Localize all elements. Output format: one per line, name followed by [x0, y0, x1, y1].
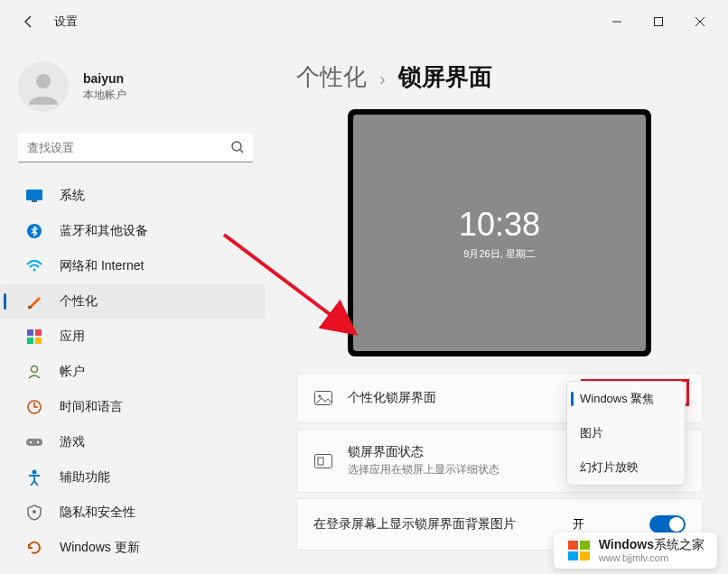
svg-point-2 — [36, 74, 51, 88]
minimize-button[interactable] — [596, 8, 638, 35]
nav-windows-update[interactable]: Windows 更新 — [0, 531, 266, 565]
close-icon — [695, 17, 705, 26]
nav-system[interactable]: 系统 — [0, 179, 266, 213]
background-type-dropdown: Windows 聚焦 图片 幻灯片放映 — [566, 381, 686, 486]
svg-rect-27 — [580, 541, 590, 550]
accessibility-icon — [25, 468, 43, 486]
nav-privacy[interactable]: 隐私和安全性 — [0, 495, 266, 530]
person-icon — [25, 363, 43, 381]
breadcrumb: 个性化 › 锁屏界面 — [296, 61, 703, 93]
nav-bluetooth[interactable]: 蓝牙和其他设备 — [0, 214, 266, 248]
toggle-state-label: 开 — [573, 516, 584, 532]
search-input[interactable] — [18, 134, 253, 162]
nav-gaming[interactable]: 游戏 — [0, 425, 266, 459]
nav-time-language[interactable]: 时间和语言 — [0, 390, 266, 424]
sidebar: baiyun 本地帐户 系统 蓝牙和其他设备 网络和 Internet — [0, 43, 271, 574]
maximize-button[interactable] — [638, 8, 679, 35]
breadcrumb-parent[interactable]: 个性化 — [296, 61, 367, 93]
preview-time: 10:38 — [459, 206, 540, 244]
update-icon — [25, 539, 43, 557]
breadcrumb-current: 锁屏界面 — [398, 61, 492, 93]
nav-label: 帐户 — [60, 364, 85, 380]
svg-rect-28 — [568, 551, 578, 560]
window-title: 设置 — [54, 14, 78, 30]
nav-personalization[interactable]: 个性化 — [0, 284, 266, 319]
svg-rect-26 — [568, 541, 578, 550]
search-icon — [231, 141, 244, 157]
svg-point-22 — [318, 394, 321, 397]
nav-label: 辅助功能 — [60, 469, 110, 486]
lock-screen-preview: 10:38 9月26日, 星期二 — [348, 109, 651, 356]
nav-label: 游戏 — [60, 434, 85, 450]
personalize-lock-screen-card[interactable]: 个性化锁屏界面 Windows 聚焦 图片 幻灯片放映 — [296, 373, 703, 423]
nav-accounts[interactable]: 帐户 — [0, 355, 266, 389]
svg-point-19 — [33, 470, 37, 475]
gamepad-icon — [25, 433, 43, 451]
brush-icon — [25, 292, 43, 310]
nav-label: Windows 更新 — [60, 540, 140, 556]
nav-apps[interactable]: 应用 — [0, 319, 266, 354]
svg-point-8 — [33, 269, 36, 272]
system-icon — [25, 187, 43, 205]
svg-rect-1 — [655, 18, 663, 26]
svg-rect-9 — [28, 306, 32, 309]
wifi-icon — [25, 257, 43, 275]
picture-icon — [313, 388, 333, 408]
svg-line-25 — [271, 235, 352, 331]
nav-list: 系统 蓝牙和其他设备 网络和 Internet 个性化 应用 帐户 — [0, 179, 271, 565]
profile-subtitle: 本地帐户 — [83, 88, 126, 103]
back-button[interactable] — [14, 7, 43, 36]
back-arrow-icon — [22, 14, 36, 29]
search-wrap — [18, 134, 253, 162]
svg-rect-11 — [35, 329, 42, 336]
dropdown-option-picture[interactable]: 图片 — [567, 416, 685, 450]
bluetooth-icon — [25, 222, 43, 240]
svg-point-14 — [32, 366, 38, 373]
svg-rect-24 — [318, 458, 323, 465]
svg-rect-16 — [26, 439, 42, 446]
nav-network[interactable]: 网络和 Internet — [0, 249, 266, 283]
main-content: 个性化 › 锁屏界面 10:38 9月26日, 星期二 个性化锁屏界面 Wind… — [271, 43, 728, 574]
watermark-title: Windows系统之家 — [599, 538, 705, 551]
background-toggle-title: 在登录屏幕上显示锁屏界面背景图片 — [313, 516, 516, 532]
svg-point-20 — [33, 510, 36, 514]
avatar — [18, 61, 69, 112]
clock-globe-icon — [25, 398, 43, 416]
titlebar: 设置 — [0, 0, 728, 43]
svg-rect-10 — [27, 329, 33, 336]
svg-rect-6 — [32, 200, 37, 202]
svg-point-17 — [30, 441, 32, 443]
profile-block[interactable]: baiyun 本地帐户 — [0, 51, 271, 134]
svg-line-4 — [240, 150, 243, 153]
maximize-icon — [654, 17, 663, 26]
watermark-url: www.bjjmlv.com — [599, 552, 705, 563]
dropdown-option-slideshow[interactable]: 幻灯片放映 — [567, 450, 685, 485]
watermark: Windows系统之家 www.bjjmlv.com — [554, 532, 717, 569]
apps-icon — [25, 328, 43, 346]
dropdown-option-spotlight[interactable]: Windows 聚焦 — [567, 382, 685, 416]
close-button[interactable] — [679, 8, 721, 35]
background-toggle[interactable] — [649, 515, 686, 533]
svg-point-3 — [232, 142, 241, 151]
shield-icon — [25, 504, 43, 522]
svg-rect-5 — [26, 190, 42, 200]
nav-label: 网络和 Internet — [60, 258, 144, 274]
chevron-right-icon: › — [379, 69, 386, 89]
nav-label: 应用 — [60, 329, 85, 345]
svg-rect-12 — [27, 338, 33, 344]
svg-rect-29 — [580, 551, 590, 560]
nav-accessibility[interactable]: 辅助功能 — [0, 460, 266, 495]
windows-logo-icon — [566, 538, 592, 563]
nav-label: 蓝牙和其他设备 — [60, 223, 148, 239]
minimize-icon — [612, 17, 621, 26]
preview-date: 9月26日, 星期二 — [463, 247, 535, 261]
avatar-icon — [25, 69, 61, 105]
status-icon — [313, 451, 333, 471]
nav-label: 个性化 — [60, 293, 98, 310]
svg-rect-13 — [35, 338, 42, 344]
nav-label: 隐私和安全性 — [60, 505, 135, 521]
svg-point-18 — [37, 441, 39, 443]
window-controls — [596, 8, 721, 35]
nav-label: 系统 — [60, 188, 85, 204]
nav-label: 时间和语言 — [60, 399, 123, 415]
